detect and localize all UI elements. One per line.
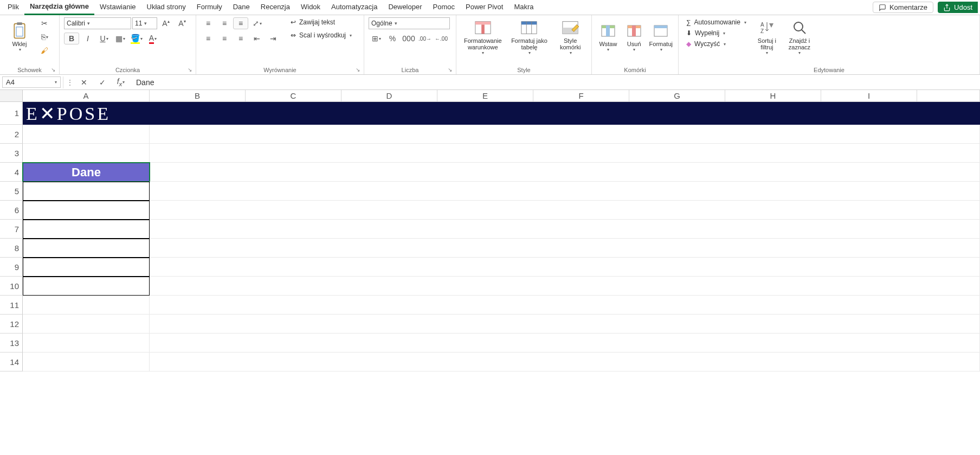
alignment-dialog-launcher[interactable]: ↘	[354, 66, 362, 73]
bold-button[interactable]: B	[64, 33, 79, 44]
formula-input[interactable]: Dane	[132, 77, 980, 88]
row-header-2[interactable]: 2	[0, 125, 23, 144]
row-header-9[interactable]: 9	[0, 258, 23, 277]
cell-banner[interactable]: E✕POSE	[23, 102, 980, 125]
format-as-table-button[interactable]: Formatuj jako tabelę▾	[507, 17, 552, 56]
cell-rest-4[interactable]	[150, 163, 980, 182]
decrease-font-button[interactable]: A▾	[175, 17, 190, 29]
clear-button[interactable]: ◆ Wyczyść▾	[683, 39, 750, 49]
number-format-combo[interactable]: Ogólne▾	[369, 17, 450, 29]
cell-A12[interactable]	[23, 315, 150, 334]
row-header-11[interactable]: 11	[0, 296, 23, 315]
row-header-3[interactable]: 3	[0, 144, 23, 163]
tab-help[interactable]: Pomoc	[428, 1, 460, 14]
col-header-I[interactable]: I	[821, 90, 917, 101]
align-right-button[interactable]: ≡	[233, 33, 248, 44]
cell-A10[interactable]	[23, 277, 150, 296]
enter-formula-button[interactable]: ✓	[95, 76, 110, 88]
col-header-F[interactable]: F	[533, 90, 629, 101]
cell-rest-5[interactable]	[150, 182, 980, 201]
col-header-C[interactable]: C	[246, 90, 341, 101]
cut-button[interactable]: ✂	[37, 17, 52, 29]
font-dialog-launcher[interactable]: ↘	[186, 66, 194, 73]
tab-view[interactable]: Widok	[295, 1, 326, 14]
cell-rest-9[interactable]	[150, 258, 980, 277]
underline-button[interactable]: U▾	[96, 33, 112, 44]
decrease-indent-button[interactable]: ⇤	[249, 33, 265, 44]
tab-power-pivot[interactable]: Power Pivot	[460, 1, 508, 14]
cell-rest-10[interactable]	[150, 277, 980, 296]
col-header-D[interactable]: D	[341, 90, 437, 101]
tab-formulas[interactable]: Formuły	[191, 1, 228, 14]
paste-button[interactable]: Wklej ▾	[4, 17, 35, 56]
cell-rest-3[interactable]	[150, 144, 980, 163]
row-header-7[interactable]: 7	[0, 220, 23, 239]
row-header-1[interactable]: 1	[0, 102, 23, 125]
format-painter-button[interactable]: 🖌	[37, 44, 52, 56]
font-color-button[interactable]: A▾	[145, 33, 160, 44]
share-button[interactable]: Udost	[938, 2, 978, 13]
cell-rest-13[interactable]	[150, 334, 980, 353]
cell-rest-14[interactable]	[150, 353, 980, 371]
increase-font-button[interactable]: A▴	[158, 17, 173, 29]
cell-rest-2[interactable]	[150, 125, 980, 144]
col-header-A[interactable]: A	[23, 90, 150, 101]
col-header-G[interactable]: G	[629, 90, 725, 101]
row-header-6[interactable]: 6	[0, 201, 23, 220]
cell-A6[interactable]	[23, 201, 150, 220]
comments-button[interactable]: Komentarze	[873, 2, 933, 13]
comma-button[interactable]: 000	[401, 33, 416, 44]
merge-center-button[interactable]: ⇔ Scal i wyśrodkuj ▾	[287, 30, 355, 40]
increase-decimal-button[interactable]: .00→	[417, 33, 433, 44]
cell-styles-button[interactable]: Style komórki▾	[553, 17, 587, 56]
align-bottom-button[interactable]: ≡	[233, 17, 248, 29]
align-middle-button[interactable]: ≡	[217, 17, 232, 29]
insert-cells-button[interactable]: Wstaw▾	[596, 17, 620, 56]
cell-A4[interactable]: Dane	[23, 163, 150, 182]
cell-A9[interactable]	[23, 258, 150, 277]
cell-A5[interactable]	[23, 182, 150, 201]
col-header-E[interactable]: E	[437, 90, 533, 101]
conditional-formatting-button[interactable]: Formatowanie warunkowe▾	[461, 17, 505, 56]
font-size-combo[interactable]: 11▾	[132, 17, 157, 29]
col-header-B[interactable]: B	[150, 90, 246, 101]
tab-macros[interactable]: Makra	[508, 1, 539, 14]
format-cells-button[interactable]: Formatuj▾	[648, 17, 674, 56]
cell-A7[interactable]	[23, 220, 150, 239]
row-header-14[interactable]: 14	[0, 353, 23, 371]
accounting-format-button[interactable]: ⊞▾	[369, 33, 384, 44]
clipboard-dialog-launcher[interactable]: ↘	[49, 66, 57, 73]
percent-button[interactable]: %	[385, 33, 400, 44]
cell-rest-11[interactable]	[150, 296, 980, 315]
align-center-button[interactable]: ≡	[217, 33, 232, 44]
orientation-button[interactable]: ⤢▾	[249, 17, 265, 29]
fill-button[interactable]: ⬇ Wypełnij▾	[683, 28, 750, 38]
tab-developer[interactable]: Deweloper	[383, 1, 427, 14]
increase-indent-button[interactable]: ⇥	[266, 33, 281, 44]
tab-home[interactable]: Narzędzia główne	[24, 0, 94, 15]
cell-rest-6[interactable]	[150, 201, 980, 220]
cell-A11[interactable]	[23, 296, 150, 315]
delete-cells-button[interactable]: Usuń▾	[622, 17, 646, 56]
cell-A14[interactable]	[23, 353, 150, 371]
col-header-H[interactable]: H	[725, 90, 821, 101]
sort-filter-button[interactable]: AZ Sortuj i filtruj▾	[752, 17, 782, 56]
row-header-4[interactable]: 4	[0, 163, 23, 182]
cancel-formula-button[interactable]: ✕	[76, 76, 92, 88]
tab-review[interactable]: Recenzja	[255, 1, 295, 14]
borders-button[interactable]: ▦▾	[113, 33, 128, 44]
align-left-button[interactable]: ≡	[201, 33, 216, 44]
tab-file[interactable]: Plik	[2, 1, 24, 14]
fill-color-button[interactable]: 🪣▾	[129, 33, 144, 44]
cell-A3[interactable]	[23, 144, 150, 163]
row-header-13[interactable]: 13	[0, 334, 23, 353]
cell-A13[interactable]	[23, 334, 150, 353]
decrease-decimal-button[interactable]: ←.00	[434, 33, 449, 44]
align-top-button[interactable]: ≡	[201, 17, 216, 29]
cell-A8[interactable]	[23, 239, 150, 258]
tab-data[interactable]: Dane	[228, 1, 255, 14]
row-header-10[interactable]: 10	[0, 277, 23, 296]
tab-automation[interactable]: Automatyzacja	[326, 1, 383, 14]
cell-rest-12[interactable]	[150, 315, 980, 334]
number-dialog-launcher[interactable]: ↘	[446, 66, 454, 73]
